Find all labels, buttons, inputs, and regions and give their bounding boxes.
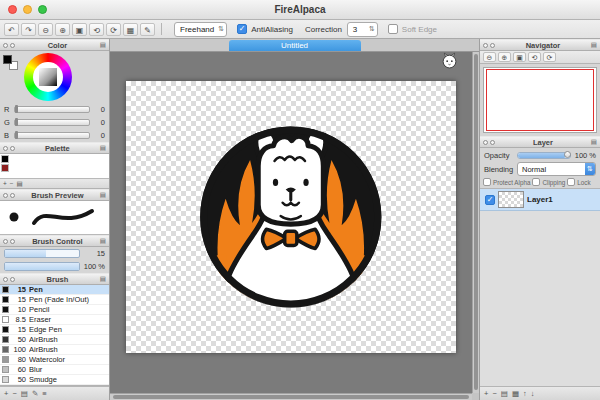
brush-swatch <box>2 336 9 343</box>
fit-window-icon[interactable]: ▣ <box>72 23 87 36</box>
antialiasing-checkbox[interactable]: ✓ <box>237 24 247 34</box>
panel-detach-icon[interactable] <box>490 43 495 48</box>
layer-visibility-checkbox[interactable]: ✓ <box>485 195 495 205</box>
panel-collapse-icon[interactable] <box>3 277 8 282</box>
remove-color-icon[interactable]: − <box>10 180 14 187</box>
brush-item-airbrush[interactable]: 50 AirBrush <box>0 335 109 345</box>
panel-menu-icon[interactable]: ▤ <box>100 191 106 199</box>
palette-swatch[interactable] <box>1 155 9 163</box>
remove-brush-icon[interactable]: − <box>12 389 16 398</box>
panel-collapse-icon[interactable] <box>3 239 8 244</box>
foreground-color-swatch[interactable] <box>3 55 12 64</box>
soft-edge-checkbox[interactable] <box>388 24 398 34</box>
opacity-slider[interactable] <box>517 152 571 159</box>
add-color-icon[interactable]: + <box>3 180 7 187</box>
panel-collapse-icon[interactable] <box>483 43 488 48</box>
move-layer-down-icon[interactable]: ↓ <box>531 389 535 398</box>
clipping-checkbox[interactable] <box>532 178 540 186</box>
panel-collapse-icon[interactable] <box>3 146 8 151</box>
horizontal-scrollbar-thumb[interactable] <box>113 395 469 399</box>
grid-icon[interactable]: ▦ <box>123 23 138 36</box>
maximize-button[interactable] <box>38 5 47 14</box>
blue-slider[interactable] <box>14 132 90 139</box>
add-brush-icon[interactable]: + <box>4 389 8 398</box>
toolbar: ↶ ↷ ⊖ ⊕ ▣ ⟲ ⟳ ▦ ✎ Freehand ⇅ ✓ AntiAlias… <box>0 20 600 39</box>
brush-size: 8.5 <box>12 315 26 324</box>
duplicate-layer-icon[interactable]: ▤ <box>501 389 508 398</box>
merge-layer-icon[interactable]: ▦ <box>512 389 519 398</box>
brush-size-value: 15 <box>83 249 105 258</box>
close-button[interactable] <box>8 5 17 14</box>
panel-collapse-icon[interactable] <box>483 140 488 145</box>
document-tab[interactable]: Untitled <box>229 40 361 51</box>
correction-stepper[interactable]: 3 ⇅ <box>347 22 378 37</box>
brush-item-pen-fade[interactable]: 15 Pen (Fade In/Out) <box>0 295 109 305</box>
panel-menu-icon[interactable]: ▤ <box>100 144 106 152</box>
lock-checkbox[interactable] <box>567 178 575 186</box>
channel-row-green: G 0 <box>0 116 109 129</box>
rotate-right-icon[interactable]: ⟳ <box>543 52 556 62</box>
color-wheel[interactable] <box>24 53 72 101</box>
brush-item-edge-pen[interactable]: 15 Edge Pen <box>0 325 109 335</box>
zoom-out-icon[interactable]: ⊖ <box>38 23 53 36</box>
red-slider[interactable] <box>14 106 90 113</box>
panel-detach-icon[interactable] <box>10 239 15 244</box>
palette-swatch[interactable] <box>1 164 9 172</box>
panel-detach-icon[interactable] <box>10 193 15 198</box>
rotate-left-icon[interactable]: ⟲ <box>528 52 541 62</box>
panel-menu-icon[interactable]: ▤ <box>100 237 106 245</box>
brush-opacity-slider[interactable] <box>4 262 80 271</box>
blending-select[interactable]: Normal ⇅ <box>517 162 596 176</box>
navigator-view-frame[interactable] <box>486 69 594 131</box>
vertical-scrollbar-thumb[interactable] <box>474 54 478 390</box>
panel-menu-icon[interactable]: ▤ <box>591 41 597 49</box>
horizontal-scrollbar[interactable] <box>110 393 472 400</box>
pen-icon[interactable]: ✎ <box>140 23 155 36</box>
minimize-button[interactable] <box>23 5 32 14</box>
brush-item-watercolor[interactable]: 80 Watercolor <box>0 355 109 365</box>
brush-size-slider[interactable] <box>4 249 80 258</box>
brush-item-pencil[interactable]: 10 Pencil <box>0 305 109 315</box>
redo-icon[interactable]: ↷ <box>21 23 36 36</box>
panel-detach-icon[interactable] <box>10 146 15 151</box>
brush-folder-icon[interactable]: ▤ <box>21 389 28 398</box>
panel-menu-icon[interactable]: ▤ <box>591 138 597 146</box>
rotate-left-icon[interactable]: ⟲ <box>89 23 104 36</box>
brush-menu-icon[interactable]: ≡ <box>42 389 46 398</box>
panel-detach-icon[interactable] <box>490 140 495 145</box>
navigator-preview[interactable] <box>483 67 597 133</box>
green-slider[interactable] <box>14 119 90 126</box>
layer-row-layer1[interactable]: ✓ Layer1 <box>480 189 600 211</box>
color-saturation-square[interactable] <box>39 68 57 86</box>
brush-item-smudge[interactable]: 50 Smudge <box>0 375 109 385</box>
brush-name: AirBrush <box>29 345 107 354</box>
vertical-scrollbar[interactable] <box>472 51 479 393</box>
zoom-in-icon[interactable]: ⊕ <box>498 52 511 62</box>
panel-collapse-icon[interactable] <box>3 43 8 48</box>
palette-swatch-grid[interactable] <box>0 154 109 179</box>
move-layer-up-icon[interactable]: ↑ <box>523 389 527 398</box>
brush-item-airbrush-2[interactable]: 100 AirBrush <box>0 345 109 355</box>
zoom-in-icon[interactable]: ⊕ <box>55 23 70 36</box>
panel-detach-icon[interactable] <box>10 277 15 282</box>
brush-item-pen[interactable]: 15 Pen <box>0 285 109 295</box>
delete-layer-icon[interactable]: − <box>492 389 496 398</box>
rotate-right-icon[interactable]: ⟳ <box>106 23 121 36</box>
fit-view-icon[interactable]: ▣ <box>513 52 526 62</box>
brush-item-eraser[interactable]: 8.5 Eraser <box>0 315 109 325</box>
protect-alpha-checkbox[interactable] <box>483 178 491 186</box>
zoom-out-icon[interactable]: ⊖ <box>483 52 496 62</box>
panel-detach-icon[interactable] <box>10 43 15 48</box>
palette-menu-icon[interactable]: ▤ <box>17 180 23 188</box>
brush-item-blur[interactable]: 60 Blur <box>0 365 109 375</box>
edit-brush-icon[interactable]: ✎ <box>32 389 38 398</box>
canvas-page[interactable] <box>126 81 456 353</box>
panel-menu-icon[interactable]: ▤ <box>100 275 106 283</box>
undo-icon[interactable]: ↶ <box>4 23 19 36</box>
canvas-viewport[interactable] <box>110 51 472 393</box>
panel-collapse-icon[interactable] <box>3 193 8 198</box>
pen-mode-select[interactable]: Freehand ⇅ <box>174 22 227 37</box>
panel-menu-icon[interactable]: ▤ <box>100 41 106 49</box>
new-layer-icon[interactable]: + <box>484 389 488 398</box>
opacity-slider-knob[interactable] <box>564 151 571 158</box>
